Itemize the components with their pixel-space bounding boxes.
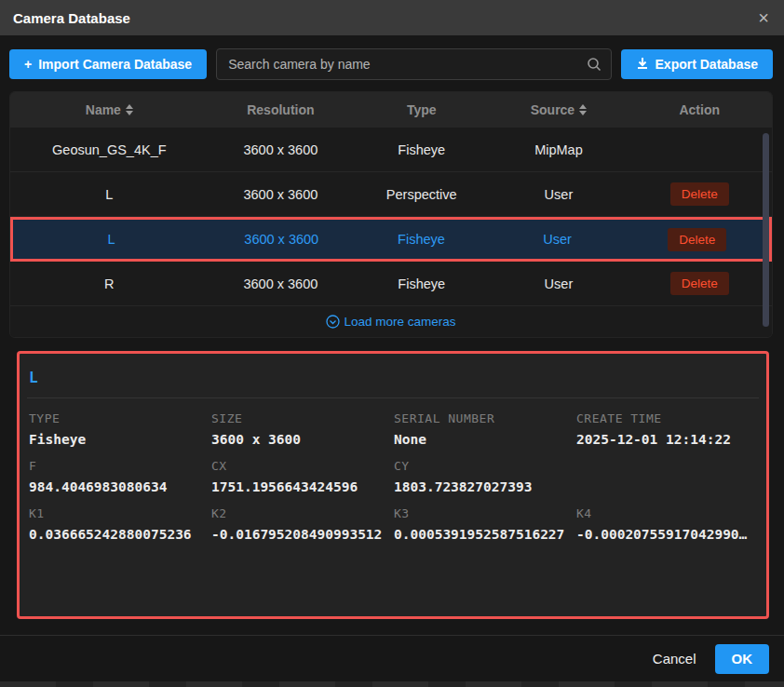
details-field-create-time: CREATE TIME2025-12-01 12:14:22: [576, 411, 759, 447]
cell-resolution: 3600 x 3600: [209, 187, 353, 202]
details-fields: TYPEFisheyeSIZE3600 x 3600SERIAL NUMBERN…: [27, 411, 759, 542]
field-value: 2025-12-01 12:14:22: [576, 432, 759, 447]
column-header-action: Action: [628, 102, 772, 117]
table-body: Geosun_GS_4K_F3600 x 3600FisheyeMipMapL3…: [10, 128, 772, 306]
details-field-cx: CX1751.1956643424596: [211, 459, 394, 494]
details-field-k1: K10.036665242880075236: [29, 506, 211, 542]
cell-source: User: [490, 187, 627, 202]
field-value: -0.00020755917042990…: [576, 527, 759, 542]
field-label: K2: [211, 506, 394, 520]
field-value: 0.0005391952587516227: [394, 527, 576, 542]
field-label: SERIAL NUMBER: [394, 411, 576, 425]
field-label: K4: [576, 506, 759, 520]
details-field-cy: CY1803.723827027393: [394, 459, 576, 494]
close-icon[interactable]: ×: [756, 8, 771, 27]
search-input[interactable]: [217, 57, 610, 72]
table-row[interactable]: L3600 x 3600FisheyeUserDelete: [10, 217, 772, 262]
field-label: CY: [394, 459, 576, 473]
field-value: 0.036665242880075236: [29, 527, 211, 542]
cell-source: MipMap: [490, 142, 627, 157]
dialog-titlebar: Camera Database ×: [0, 0, 784, 35]
field-value: None: [394, 432, 576, 447]
table-header-row: NameResolutionTypeSourceAction: [10, 92, 772, 128]
column-header-type: Type: [353, 102, 490, 117]
sort-icon: [579, 104, 587, 115]
cell-type: Fisheye: [353, 232, 489, 247]
details-field-size: SIZE3600 x 3600: [211, 411, 394, 447]
field-label: SIZE: [211, 411, 394, 425]
cell-name: L: [10, 187, 209, 202]
column-header-label: Resolution: [247, 102, 314, 117]
details-field-group: K10.036665242880075236K2-0.0167952084909…: [27, 506, 759, 542]
field-value: -0.016795208490993512: [211, 527, 394, 542]
details-divider: [27, 397, 759, 398]
field-label: CX: [211, 459, 394, 473]
import-camera-database-button[interactable]: + Import Camera Database: [9, 49, 207, 79]
details-field-group: F984.4046983080634CX1751.1956643424596CY…: [27, 459, 759, 494]
column-header-label: Action: [679, 102, 720, 117]
field-value: 3600 x 3600: [211, 432, 394, 447]
dialog-footer: Cancel OK: [0, 635, 784, 681]
export-database-button[interactable]: Export Database: [621, 49, 773, 79]
search-box: [216, 48, 611, 80]
table-row[interactable]: Geosun_GS_4K_F3600 x 3600FisheyeMipMap: [10, 128, 772, 172]
cell-resolution: 3600 x 3600: [209, 276, 353, 291]
field-value: Fisheye: [29, 432, 211, 447]
export-button-label: Export Database: [656, 57, 758, 72]
details-field-k2: K2-0.016795208490993512: [211, 506, 394, 542]
ok-button[interactable]: OK: [715, 644, 770, 674]
field-label: CREATE TIME: [576, 411, 759, 425]
toolbar: + Import Camera Database Export Database: [0, 35, 784, 91]
camera-database-dialog: Camera Database × + Import Camera Databa…: [0, 0, 784, 619]
cell-type: Fisheye: [353, 276, 490, 291]
cell-action: Delete: [628, 272, 772, 295]
chevron-down-circle-icon: [326, 315, 340, 329]
details-camera-name: L: [27, 363, 759, 397]
details-field-k4: K4-0.00020755917042990…: [576, 506, 759, 542]
vertical-scrollbar[interactable]: [763, 133, 769, 327]
field-value: 1803.723827027393: [394, 479, 576, 494]
field-value: 1751.1956643424596: [211, 479, 394, 494]
background-window-strip: [0, 681, 784, 687]
details-field-group: TYPEFisheyeSIZE3600 x 3600SERIAL NUMBERN…: [27, 411, 759, 447]
column-header-source[interactable]: Source: [490, 102, 627, 117]
column-header-label: Source: [531, 102, 574, 117]
camera-details-panel: L TYPEFisheyeSIZE3600 x 3600SERIAL NUMBE…: [17, 351, 769, 619]
import-button-label: Import Camera Database: [38, 57, 192, 72]
cell-resolution: 3600 x 3600: [209, 142, 353, 157]
dialog-title: Camera Database: [13, 10, 130, 26]
cancel-button[interactable]: Cancel: [653, 651, 696, 667]
table-row[interactable]: L3600 x 3600PerspectiveUserDelete: [10, 172, 772, 217]
cell-source: User: [490, 276, 627, 291]
column-header-label: Type: [407, 102, 437, 117]
cell-name: L: [13, 232, 210, 247]
delete-button[interactable]: Delete: [670, 272, 729, 295]
delete-button[interactable]: Delete: [668, 228, 726, 251]
table-row[interactable]: R3600 x 3600FisheyeUserDelete: [10, 262, 772, 306]
field-label: TYPE: [29, 411, 211, 425]
cell-name: R: [10, 276, 209, 291]
column-header-name[interactable]: Name: [10, 102, 209, 117]
download-icon: [636, 57, 649, 73]
cell-name: Geosun_GS_4K_F: [10, 142, 209, 157]
cell-resolution: 3600 x 3600: [210, 232, 353, 247]
details-field-type: TYPEFisheye: [29, 411, 211, 447]
camera-table: NameResolutionTypeSourceAction Geosun_GS…: [9, 91, 773, 338]
plus-icon: +: [24, 57, 32, 72]
column-header-label: Name: [86, 102, 121, 117]
load-more-cameras[interactable]: Load more cameras: [10, 306, 772, 337]
details-field-k3: K30.0005391952587516227: [394, 506, 576, 542]
cell-type: Perspective: [353, 187, 490, 202]
cell-type: Fisheye: [353, 142, 490, 157]
details-field-f: F984.4046983080634: [29, 459, 211, 494]
cell-action: Delete: [628, 182, 772, 206]
field-label: K3: [394, 506, 576, 520]
cell-action: Delete: [626, 228, 769, 251]
delete-button[interactable]: Delete: [670, 182, 729, 206]
cell-source: User: [490, 232, 626, 247]
sort-icon: [126, 104, 133, 115]
field-value: 984.4046983080634: [29, 479, 211, 494]
load-more-label: Load more cameras: [344, 315, 455, 329]
column-header-resolution: Resolution: [209, 102, 353, 117]
details-field-serial-number: SERIAL NUMBERNone: [394, 411, 576, 447]
